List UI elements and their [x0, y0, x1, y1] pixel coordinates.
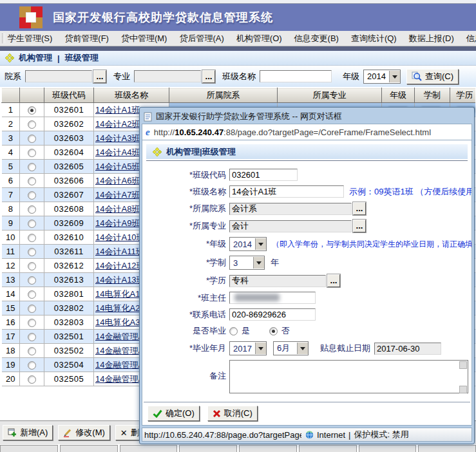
menu-item[interactable]: 学生管理(S)	[8, 33, 52, 44]
cancel-button[interactable]: 取消(C)	[207, 406, 258, 421]
row-select-radio[interactable]	[28, 205, 36, 214]
faculty-input[interactable]	[229, 203, 352, 215]
row-select-cell[interactable]	[20, 315, 44, 330]
row-select-cell[interactable]	[20, 259, 44, 273]
row-select-radio[interactable]	[28, 333, 36, 341]
chevron-down-icon[interactable]	[297, 343, 308, 354]
dialog-title-bar[interactable]: 国家开发银行助学贷款业务管理系统 -- 网页对话框	[142, 109, 472, 124]
remark-textarea[interactable]	[229, 360, 468, 393]
grade-filter-select[interactable]: 2014	[363, 70, 401, 84]
row-select-radio[interactable]	[28, 375, 36, 384]
row-select-cell[interactable]	[20, 131, 44, 146]
row-select-radio[interactable]	[28, 262, 36, 270]
class-name-link[interactable]: 14会计A13班	[95, 275, 145, 285]
class-name-link[interactable]: 14会计A11班	[95, 247, 144, 256]
chevron-down-icon[interactable]	[255, 238, 266, 250]
row-select-cell[interactable]	[20, 344, 44, 358]
row-select-cell[interactable]	[20, 287, 44, 301]
row-select-cell[interactable]	[20, 245, 44, 259]
row-select-radio[interactable]	[28, 305, 36, 313]
class-name-link[interactable]: 14会计A2班	[95, 119, 140, 129]
add-button[interactable]: 新增(A)	[3, 425, 53, 440]
class-name-link[interactable]: 14会计A7班	[95, 190, 140, 200]
row-select-radio[interactable]	[28, 120, 36, 129]
row-select-cell[interactable]	[20, 273, 44, 287]
textarea-scrollbar[interactable]	[459, 361, 467, 393]
menu-item[interactable]: 信息服务(I)	[466, 33, 476, 44]
menu-item[interactable]: 数据上报(D)	[409, 33, 454, 44]
row-select-radio[interactable]	[28, 234, 36, 242]
phone-input[interactable]	[229, 308, 316, 321]
degree-input[interactable]	[229, 275, 326, 287]
row-select-radio[interactable]	[28, 220, 36, 228]
grad-month-select[interactable]: 6月	[273, 341, 309, 355]
row-select-cell[interactable]	[20, 216, 44, 231]
class-name-filter-input[interactable]	[260, 70, 332, 82]
row-select-radio[interactable]	[28, 290, 36, 299]
class-name-link[interactable]: 14会计A10班	[95, 232, 145, 242]
menu-item[interactable]: 贷中管理(M)	[121, 33, 167, 44]
row-select-radio[interactable]	[28, 135, 36, 143]
row-select-radio[interactable]	[28, 347, 36, 355]
class-code-cell: 032505	[44, 372, 94, 386]
row-select-radio[interactable]	[28, 163, 36, 171]
row-select-radio[interactable]	[28, 276, 36, 285]
menu-item[interactable]: 机构管理(O)	[236, 33, 282, 44]
row-select-cell[interactable]	[20, 188, 44, 202]
row-select-radio[interactable]	[28, 319, 36, 327]
row-select-cell[interactable]	[20, 231, 44, 245]
major-input[interactable]	[229, 220, 352, 232]
duration-select[interactable]: 3	[229, 256, 265, 270]
row-select-cell[interactable]	[20, 301, 44, 315]
row-select-cell[interactable]	[20, 117, 44, 131]
class-code-cell: 032803	[44, 315, 94, 330]
row-select-radio[interactable]	[28, 177, 36, 185]
row-select-cell[interactable]	[20, 330, 44, 344]
row-select-cell[interactable]	[20, 146, 44, 160]
row-select-cell[interactable]	[20, 174, 44, 188]
query-button[interactable]: 查询(C)	[406, 69, 459, 84]
faculty-filter-input[interactable]	[25, 70, 92, 82]
class-name-link[interactable]: 14会计A8班	[95, 204, 140, 214]
major-picker-button[interactable]: ...	[202, 70, 215, 83]
class-name-link[interactable]: 14会计A6班	[95, 176, 140, 185]
faculty-picker-button[interactable]: ...	[93, 70, 106, 83]
row-select-cell[interactable]	[20, 160, 44, 174]
class-name-link[interactable]: 14会计A9班	[95, 218, 140, 228]
row-select-radio[interactable]	[28, 248, 36, 256]
class-name-link[interactable]: 14会计A3班	[95, 133, 140, 143]
class-name-input[interactable]	[229, 185, 344, 198]
class-name-link[interactable]: 14会计A4班	[95, 147, 140, 157]
chevron-down-icon[interactable]	[253, 257, 264, 268]
row-select-radio[interactable]	[28, 106, 36, 115]
edit-button[interactable]: 修改(M)	[58, 425, 110, 440]
class-name-link[interactable]: 14会计A5班	[95, 162, 140, 171]
menu-bar-items: 学生管理(S)贷前管理(F)贷中管理(M)贷后管理(A)机构管理(O)信息变更(…	[0, 31, 476, 46]
menu-item[interactable]: 贷后管理(A)	[179, 33, 224, 44]
row-select-cell[interactable]	[20, 372, 44, 386]
class-name-link[interactable]: 14会计A12班	[95, 261, 145, 270]
graduated-yes-radio[interactable]	[229, 327, 238, 335]
row-select-cell[interactable]	[20, 358, 44, 372]
grad-year-select[interactable]: 2017	[229, 341, 267, 355]
class-name-link[interactable]: 14会计A1班	[95, 105, 140, 115]
grade-select[interactable]: 2014	[229, 237, 267, 251]
chevron-down-icon[interactable]	[389, 71, 400, 82]
row-select-radio[interactable]	[28, 361, 36, 370]
class-code-input[interactable]	[229, 169, 298, 181]
degree-picker-button[interactable]: ...	[327, 274, 340, 287]
major-filter-input[interactable]	[134, 70, 201, 82]
menu-item[interactable]: 贷前管理(F)	[64, 33, 109, 44]
menu-item[interactable]: 信息变更(B)	[294, 33, 339, 44]
graduated-no-radio[interactable]	[269, 327, 278, 335]
row-select-radio[interactable]	[28, 149, 36, 157]
row-select-cell[interactable]	[20, 103, 44, 117]
row-select-cell[interactable]	[20, 202, 44, 216]
chevron-down-icon[interactable]	[255, 343, 266, 354]
major-picker-button[interactable]: ...	[353, 220, 366, 232]
faculty-picker-button[interactable]: ...	[353, 202, 366, 215]
menu-item[interactable]: 查询统计(Q)	[351, 33, 397, 44]
row-select-radio[interactable]	[28, 191, 36, 200]
grade-label: *年级	[142, 238, 226, 250]
ok-button[interactable]: 确定(O)	[148, 406, 200, 421]
